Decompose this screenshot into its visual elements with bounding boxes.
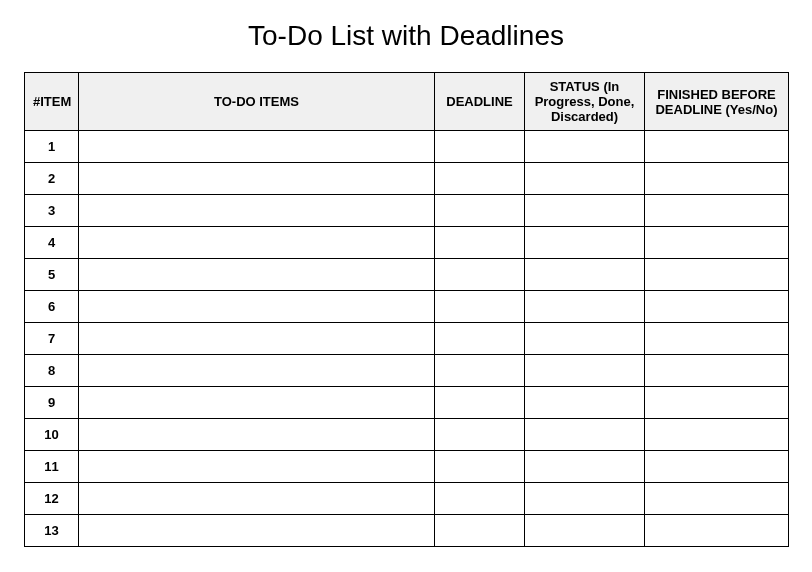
cell-item-num: 12: [25, 483, 79, 515]
cell-deadline: [435, 131, 525, 163]
table-row: 3: [25, 195, 789, 227]
table-row: 7: [25, 323, 789, 355]
cell-status: [525, 419, 645, 451]
cell-item-num: 10: [25, 419, 79, 451]
header-status: STATUS (In Progress, Done, Discarded): [525, 73, 645, 131]
cell-deadline: [435, 419, 525, 451]
cell-item-num: 11: [25, 451, 79, 483]
table-row: 1: [25, 131, 789, 163]
cell-status: [525, 355, 645, 387]
cell-finished: [645, 163, 789, 195]
table-row: 13: [25, 515, 789, 547]
cell-item-num: 4: [25, 227, 79, 259]
cell-status: [525, 515, 645, 547]
cell-todo: [79, 195, 435, 227]
cell-status: [525, 291, 645, 323]
cell-item-num: 13: [25, 515, 79, 547]
cell-deadline: [435, 387, 525, 419]
cell-todo: [79, 131, 435, 163]
cell-finished: [645, 323, 789, 355]
cell-todo: [79, 259, 435, 291]
cell-finished: [645, 355, 789, 387]
cell-deadline: [435, 515, 525, 547]
header-deadline: DEADLINE: [435, 73, 525, 131]
cell-item-num: 6: [25, 291, 79, 323]
table-row: 10: [25, 419, 789, 451]
cell-deadline: [435, 259, 525, 291]
page-title: To-Do List with Deadlines: [24, 20, 788, 52]
cell-todo: [79, 387, 435, 419]
cell-todo: [79, 323, 435, 355]
cell-todo: [79, 451, 435, 483]
cell-status: [525, 163, 645, 195]
cell-status: [525, 323, 645, 355]
header-todo: TO-DO ITEMS: [79, 73, 435, 131]
cell-todo: [79, 291, 435, 323]
table-row: 6: [25, 291, 789, 323]
table-row: 5: [25, 259, 789, 291]
cell-finished: [645, 259, 789, 291]
table-row: 11: [25, 451, 789, 483]
cell-todo: [79, 163, 435, 195]
cell-deadline: [435, 483, 525, 515]
cell-item-num: 8: [25, 355, 79, 387]
todo-table: #ITEM TO-DO ITEMS DEADLINE STATUS (In Pr…: [24, 72, 789, 547]
cell-deadline: [435, 227, 525, 259]
cell-deadline: [435, 323, 525, 355]
cell-todo: [79, 515, 435, 547]
header-item-num: #ITEM: [25, 73, 79, 131]
cell-item-num: 3: [25, 195, 79, 227]
table-row: 8: [25, 355, 789, 387]
cell-todo: [79, 483, 435, 515]
cell-finished: [645, 291, 789, 323]
cell-finished: [645, 515, 789, 547]
cell-finished: [645, 419, 789, 451]
cell-finished: [645, 451, 789, 483]
cell-status: [525, 195, 645, 227]
table-row: 12: [25, 483, 789, 515]
cell-item-num: 7: [25, 323, 79, 355]
cell-finished: [645, 131, 789, 163]
cell-deadline: [435, 195, 525, 227]
cell-status: [525, 259, 645, 291]
cell-deadline: [435, 163, 525, 195]
cell-todo: [79, 355, 435, 387]
header-finished: FINISHED BEFORE DEADLINE (Yes/No): [645, 73, 789, 131]
cell-deadline: [435, 355, 525, 387]
cell-finished: [645, 195, 789, 227]
cell-status: [525, 387, 645, 419]
cell-item-num: 2: [25, 163, 79, 195]
cell-item-num: 1: [25, 131, 79, 163]
cell-deadline: [435, 451, 525, 483]
cell-item-num: 9: [25, 387, 79, 419]
table-row: 2: [25, 163, 789, 195]
cell-finished: [645, 227, 789, 259]
cell-todo: [79, 419, 435, 451]
cell-status: [525, 227, 645, 259]
cell-finished: [645, 387, 789, 419]
cell-status: [525, 451, 645, 483]
table-row: 4: [25, 227, 789, 259]
cell-deadline: [435, 291, 525, 323]
cell-status: [525, 483, 645, 515]
cell-item-num: 5: [25, 259, 79, 291]
cell-todo: [79, 227, 435, 259]
cell-status: [525, 131, 645, 163]
cell-finished: [645, 483, 789, 515]
table-row: 9: [25, 387, 789, 419]
